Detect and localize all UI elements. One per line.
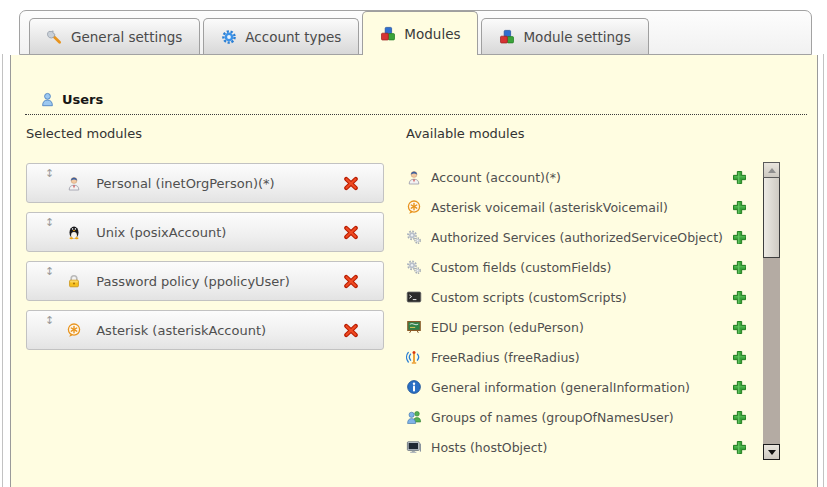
person-icon: [66, 175, 82, 191]
users-icon: [39, 91, 55, 107]
add-module-button[interactable]: [731, 409, 756, 425]
add-icon: [731, 319, 747, 335]
available-module-row: Asterisk voicemail (asteriskVoicemail): [406, 192, 760, 222]
modules-panel: Users Selected modules ↕Personal (inetOr…: [10, 55, 818, 487]
tux-icon: [66, 224, 82, 240]
scrollbar-up-button[interactable]: [763, 162, 780, 178]
window-edge-right: [823, 54, 824, 487]
add-module-button[interactable]: [731, 229, 756, 245]
available-module-row: Groups of names (groupOfNamesUser): [406, 402, 760, 432]
scrollbar-down-button[interactable]: [763, 444, 780, 460]
delete-icon: [343, 224, 359, 240]
available-modules-scrollbar[interactable]: [763, 162, 780, 460]
add-icon: [731, 199, 747, 215]
add-icon: [731, 289, 747, 305]
section-title: Users: [62, 92, 103, 107]
selected-module-row[interactable]: ↕Unix (posixAccount): [26, 212, 384, 252]
gear-blue-icon: [221, 29, 237, 45]
available-module-row: General information (generalInformation): [406, 372, 760, 402]
selected-modules-column: Selected modules ↕Personal (inetOrgPerso…: [26, 125, 384, 359]
module-label: Password policy (ppolicyUser): [96, 274, 290, 289]
add-module-button[interactable]: [731, 259, 756, 275]
gears-icon: [406, 229, 422, 245]
tab-label: Modules: [404, 26, 460, 42]
lock-icon: [66, 273, 82, 289]
person-icon: [406, 169, 422, 185]
scrollbar-track[interactable]: [763, 258, 780, 444]
available-module-row: Custom scripts (customScripts): [406, 282, 760, 312]
available-module-row: Custom fields (customFields): [406, 252, 760, 282]
module-label: Personal (inetOrgPerson)(*): [96, 176, 274, 191]
chevron-down-icon: [768, 450, 776, 455]
selected-module-row[interactable]: ↕Password policy (ppolicyUser): [26, 261, 384, 301]
module-label: Asterisk voicemail (asteriskVoicemail): [431, 200, 668, 215]
add-module-button[interactable]: [731, 289, 756, 305]
tab-account-types[interactable]: Account types: [203, 18, 359, 54]
modules-icon: [499, 29, 515, 45]
available-modules-heading: Available modules: [406, 125, 790, 142]
available-module-row: EDU person (eduPerson): [406, 312, 760, 342]
remove-module-button[interactable]: [343, 224, 359, 240]
add-icon: [731, 229, 747, 245]
available-modules-wrap: Account (account)(*)Asterisk voicemail (…: [406, 162, 790, 462]
available-modules-column: Available modules Account (account)(*)As…: [406, 125, 790, 462]
add-module-button[interactable]: [731, 319, 756, 335]
module-label: Unix (posixAccount): [96, 225, 226, 240]
available-module-row: Hosts (hostObject): [406, 432, 760, 462]
selected-modules-heading: Selected modules: [26, 125, 384, 142]
module-label: Hosts (hostObject): [431, 440, 547, 455]
window-edge-left: [2, 54, 3, 487]
add-icon: [731, 349, 747, 365]
remove-module-button[interactable]: [343, 322, 359, 338]
selected-module-row[interactable]: ↕Personal (inetOrgPerson)(*): [26, 163, 384, 203]
add-module-button[interactable]: [731, 379, 756, 395]
add-module-button[interactable]: [731, 439, 756, 455]
selected-modules-list: ↕Personal (inetOrgPerson)(*)↕Unix (posix…: [26, 163, 384, 350]
module-label: Asterisk (asteriskAccount): [96, 323, 266, 338]
add-module-button[interactable]: [731, 169, 756, 185]
module-label: EDU person (eduPerson): [431, 320, 584, 335]
module-label: Groups of names (groupOfNamesUser): [431, 410, 674, 425]
module-label: Custom fields (customFields): [431, 260, 611, 275]
chevron-up-icon: [768, 168, 776, 173]
add-module-button[interactable]: [731, 349, 756, 365]
delete-icon: [343, 322, 359, 338]
tab-bar: General settingsAccount typesModulesModu…: [19, 10, 812, 55]
add-icon: [731, 439, 747, 455]
wrench-icon: [47, 29, 63, 45]
drag-handle-icon[interactable]: ↕: [45, 168, 54, 180]
tab-general-settings[interactable]: General settings: [29, 18, 200, 54]
scrollbar-thumb[interactable]: [763, 178, 780, 258]
available-module-row: FreeRadius (freeRadius): [406, 342, 760, 372]
remove-module-button[interactable]: [343, 273, 359, 289]
module-label: FreeRadius (freeRadius): [431, 350, 580, 365]
tab-modules[interactable]: Modules: [362, 11, 478, 55]
tab-module-settings[interactable]: Module settings: [481, 18, 648, 54]
drag-handle-icon[interactable]: ↕: [45, 217, 54, 229]
info-icon: [406, 379, 422, 395]
tab-label: General settings: [71, 29, 182, 45]
remove-module-button[interactable]: [343, 175, 359, 191]
available-module-row: Authorized Services (authorizedServiceOb…: [406, 222, 760, 252]
module-label: Account (account)(*): [431, 170, 561, 185]
selected-module-row[interactable]: ↕Asterisk (asteriskAccount): [26, 310, 384, 350]
delete-icon: [343, 175, 359, 191]
modules-icon: [380, 26, 396, 42]
antenna-icon: [406, 349, 422, 365]
add-icon: [731, 259, 747, 275]
terminal-icon: [406, 289, 422, 305]
available-module-row: Account (account)(*): [406, 162, 760, 192]
tab-label: Account types: [245, 29, 341, 45]
module-label: Custom scripts (customScripts): [431, 290, 627, 305]
host-icon: [406, 439, 422, 455]
gears-icon: [406, 259, 422, 275]
tab-label: Module settings: [523, 29, 630, 45]
drag-handle-icon[interactable]: ↕: [45, 315, 54, 327]
asterisk-icon: [66, 322, 82, 338]
add-icon: [731, 379, 747, 395]
add-icon: [731, 169, 747, 185]
delete-icon: [343, 273, 359, 289]
drag-handle-icon[interactable]: ↕: [45, 266, 54, 278]
section-header: Users: [25, 91, 807, 115]
add-module-button[interactable]: [731, 199, 756, 215]
